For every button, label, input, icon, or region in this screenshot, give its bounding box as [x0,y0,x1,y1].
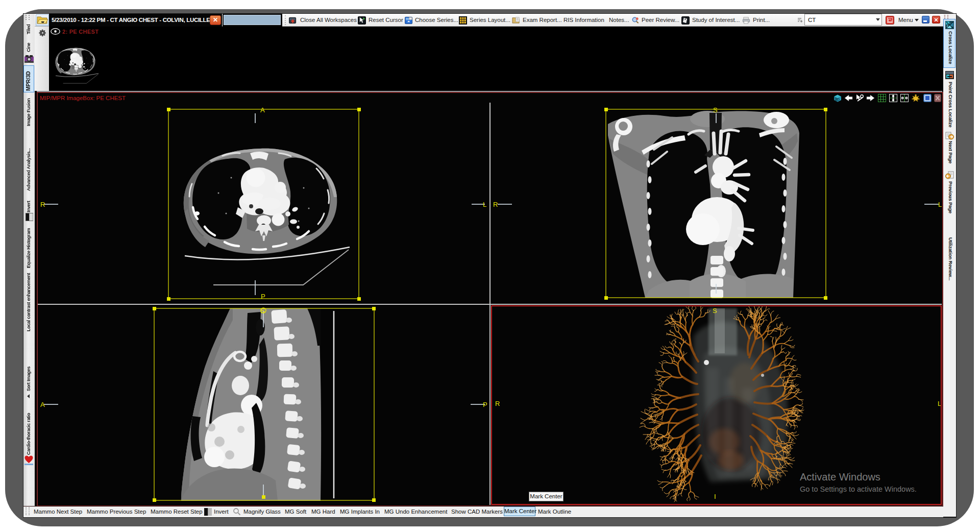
svg-text:P: P [261,293,265,300]
svg-text:A: A [40,401,45,408]
svg-text:S: S [713,106,718,114]
svg-text:S: S [713,307,717,315]
svg-text:L: L [938,400,941,407]
svg-text:A: A [260,106,265,114]
svg-text:R: R [40,201,45,208]
svg-text:3D: 3D [835,98,840,101]
svg-text:R: R [495,400,500,407]
svg-text:L: L [938,201,942,208]
svg-text:R: R [493,201,498,208]
svg-text:L: L [483,201,486,208]
svg-text:P: P [483,401,487,408]
svg-text:I: I [714,493,716,500]
svg-text:S: S [260,307,265,315]
